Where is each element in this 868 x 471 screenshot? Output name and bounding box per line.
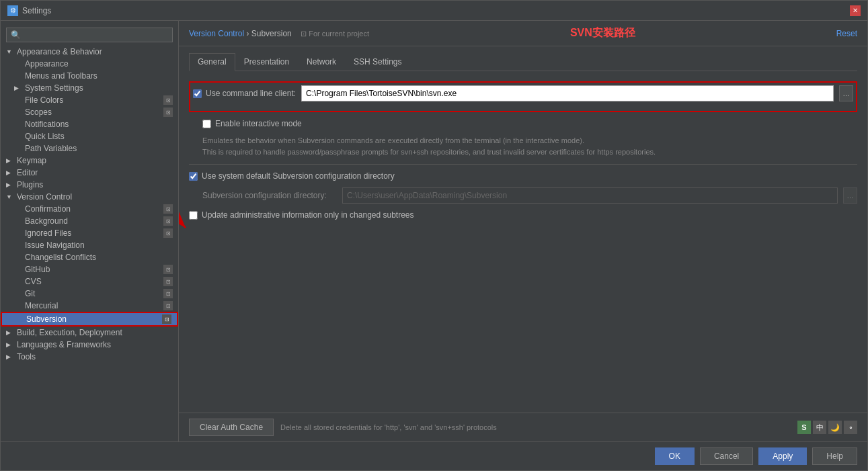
use-system-default-checkbox[interactable] <box>189 172 198 181</box>
sidebar-item-changelist-conflicts[interactable]: Changelist Conflicts <box>1 251 178 263</box>
sidebar-label-mercurial: Mercurial <box>25 301 58 310</box>
sidebar-label-version-control: Version Control <box>17 192 72 202</box>
use-system-default-label[interactable]: Use system default Subversion configurat… <box>189 171 395 181</box>
sidebar-item-keymap[interactable]: ▶ Keymap <box>1 155 178 167</box>
sidebar-item-notifications[interactable]: Notifications <box>1 118 178 130</box>
tree-arrow-build-execution: ▶ <box>6 329 14 336</box>
sidebar-item-menus-toolbars[interactable]: Menus and Toolbars <box>1 70 178 82</box>
enable-interactive-row: Enable interactive mode <box>202 119 857 128</box>
settings-icon: ⚙ <box>7 5 18 16</box>
sidebar-label-path-variables: Path Variables <box>25 144 77 153</box>
config-dir-input <box>342 187 838 204</box>
breadcrumb-part1: Version Control <box>189 29 244 38</box>
sidebar-item-issue-navigation[interactable]: Issue Navigation <box>1 239 178 251</box>
sidebar-item-scopes[interactable]: Scopes ⊡ <box>1 106 178 118</box>
sidebar-item-editor[interactable]: ▶ Editor <box>1 167 178 179</box>
sidebar-label-changelist-conflicts: Changelist Conflicts <box>25 253 96 262</box>
breadcrumb-part2: Subversion <box>251 29 292 38</box>
use-command-line-text: Use command line client: <box>206 89 296 98</box>
tab-presentation[interactable]: Presentation <box>235 53 298 71</box>
system-icons: S 中 🌙 ∘ <box>797 421 857 434</box>
sidebar-item-tools[interactable]: ▶ Tools <box>1 351 178 363</box>
sidebar-label-notifications: Notifications <box>25 120 69 129</box>
sidebar-item-git[interactable]: Git ⊡ <box>1 288 178 300</box>
sidebar-item-github[interactable]: GitHub ⊡ <box>1 263 178 275</box>
sidebar-label-system-settings: System Settings <box>25 83 83 93</box>
sidebar-icon-mercurial: ⊡ <box>163 301 173 310</box>
sidebar-icon-file-colors: ⊡ <box>163 95 173 105</box>
sidebar-label-github: GitHub <box>25 265 50 274</box>
sidebar-item-system-settings[interactable]: ▶ System Settings <box>1 82 178 94</box>
update-admin-text: Update administrative information only i… <box>202 210 414 220</box>
sidebar-item-quick-lists[interactable]: Quick Lists <box>1 130 178 142</box>
sidebar-icon-confirmation: ⊡ <box>163 204 173 214</box>
breadcrumb-separator: › <box>246 29 251 38</box>
svn-path-input[interactable] <box>301 85 834 101</box>
ok-button[interactable]: OK <box>655 447 695 465</box>
sidebar-item-confirmation[interactable]: Confirmation ⊡ <box>1 203 178 215</box>
chinese-icon: 中 <box>813 421 826 434</box>
tree-arrow-system-settings: ▶ <box>14 85 22 91</box>
help-button[interactable]: Help <box>812 447 857 465</box>
enable-interactive-label[interactable]: Enable interactive mode <box>202 119 302 128</box>
sidebar-label-ignored-files: Ignored Files <box>25 228 71 238</box>
sidebar-item-build-execution[interactable]: ▶ Build, Execution, Deployment <box>1 327 178 339</box>
sidebar-icon-ignored-files: ⊡ <box>163 228 173 238</box>
sidebar-label-build-execution: Build, Execution, Deployment <box>17 328 122 337</box>
close-button[interactable]: ✕ <box>850 5 861 16</box>
apply-button[interactable]: Apply <box>758 447 807 465</box>
sidebar-item-appearance-behavior[interactable]: ▼ Appearance & Behavior <box>1 46 178 58</box>
enable-interactive-text: Enable interactive mode <box>215 119 302 128</box>
sidebar-item-path-variables[interactable]: Path Variables <box>1 142 178 155</box>
tab-network[interactable]: Network <box>298 53 345 71</box>
sidebar-icon-subversion: ⊡ <box>162 314 171 324</box>
browse-button[interactable]: ... <box>839 85 853 101</box>
update-admin-checkbox[interactable] <box>189 211 198 220</box>
sidebar-label-tools: Tools <box>17 352 36 361</box>
sidebar-icon-cvs: ⊡ <box>163 277 173 286</box>
project-link: ⊡ For current project <box>301 30 369 38</box>
sidebar-label-file-colors: File Colors <box>25 95 63 105</box>
sidebar-item-appearance[interactable]: Appearance <box>1 58 178 70</box>
cancel-button[interactable]: Cancel <box>700 447 753 465</box>
sidebar-label-plugins: Plugins <box>17 180 43 189</box>
reset-link[interactable]: Reset <box>836 29 857 38</box>
sidebar-tree: ▼ Appearance & Behavior Appearance Menus… <box>1 46 178 363</box>
sidebar-label-appearance-behavior: Appearance & Behavior <box>17 47 102 56</box>
config-dir-row: Subversion configuration directory: ... <box>202 187 857 204</box>
sidebar-item-subversion[interactable]: Subversion ⊡ <box>1 312 178 327</box>
use-command-line-label[interactable]: Use command line client: <box>193 89 296 98</box>
bottom-bar: Clear Auth Cache Delete all stored crede… <box>179 413 867 441</box>
use-command-line-checkbox[interactable] <box>193 89 202 98</box>
sidebar-label-issue-navigation: Issue Navigation <box>25 241 85 250</box>
enable-interactive-checkbox[interactable] <box>202 120 211 128</box>
config-dir-browse: ... <box>843 187 857 204</box>
sidebar-item-mercurial[interactable]: Mercurial ⊡ <box>1 300 178 312</box>
clear-cache-section: Clear Auth Cache Delete all stored crede… <box>189 419 497 436</box>
title-bar: ⚙ Settings ✕ <box>1 1 867 21</box>
sidebar-item-ignored-files[interactable]: Ignored Files ⊡ <box>1 227 178 239</box>
sidebar-item-version-control[interactable]: ▼ Version Control <box>1 191 178 203</box>
tree-arrow-plugins: ▶ <box>6 181 14 188</box>
sidebar-item-plugins[interactable]: ▶ Plugins <box>1 179 178 191</box>
command-line-box: Use command line client: ... <box>189 81 857 112</box>
config-dir-label: Subversion configuration directory: <box>202 191 337 200</box>
tree-arrow-version-control: ▼ <box>6 194 14 200</box>
sidebar-item-background[interactable]: Background ⊡ <box>1 215 178 227</box>
sidebar-item-languages-frameworks[interactable]: ▶ Languages & Frameworks <box>1 339 178 351</box>
tree-arrow-appearance-behavior: ▼ <box>6 48 14 55</box>
sidebar-label-git: Git <box>25 289 35 298</box>
sidebar-item-file-colors[interactable]: File Colors ⊡ <box>1 94 178 106</box>
update-admin-label[interactable]: Update administrative information only i… <box>189 210 414 220</box>
sidebar-search-input[interactable] <box>6 28 173 42</box>
tab-general[interactable]: General <box>189 53 235 71</box>
tab-ssh-settings[interactable]: SSH Settings <box>345 53 410 71</box>
sidebar-label-quick-lists: Quick Lists <box>25 132 65 141</box>
sidebar-label-scopes: Scopes <box>25 108 52 117</box>
dialog-body: ▼ Appearance & Behavior Appearance Menus… <box>1 21 867 441</box>
dialog-footer: OK Cancel Apply Help <box>1 441 867 470</box>
sidebar-icon-github: ⊡ <box>163 265 173 274</box>
sidebar-item-cvs[interactable]: CVS ⊡ <box>1 275 178 288</box>
clear-auth-cache-button[interactable]: Clear Auth Cache <box>189 419 274 436</box>
use-system-default-text: Use system default Subversion configurat… <box>202 171 395 181</box>
